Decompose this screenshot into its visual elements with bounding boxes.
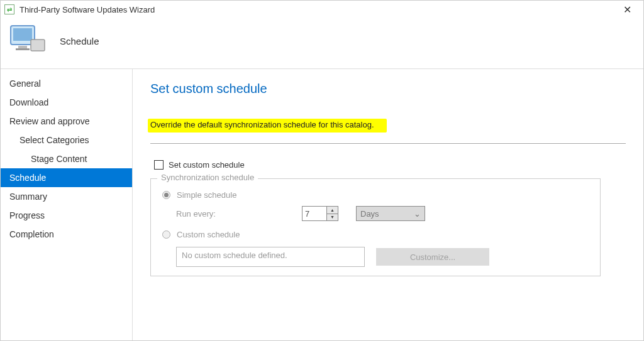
sidebar-item-general[interactable]: General (1, 74, 132, 93)
divider (150, 143, 626, 144)
run-every-spinner[interactable]: ▲ ▼ (302, 206, 338, 221)
svg-rect-4 (16, 48, 30, 50)
fieldset-legend: Synchronization schedule (157, 173, 258, 182)
run-every-unit-select[interactable]: Days ⌄ (356, 206, 425, 221)
sidebar-item-summary[interactable]: Summary (1, 187, 132, 206)
sync-schedule-fieldset: Synchronization schedule Simple schedule… (150, 178, 601, 276)
app-icon: ⇄ (4, 4, 14, 14)
custom-schedule-radio[interactable] (162, 230, 170, 239)
override-text: Override the default synchronization sch… (150, 120, 374, 129)
override-description: Override the default synchronization sch… (150, 120, 374, 129)
simple-schedule-label: Simple schedule (177, 190, 236, 200)
custom-schedule-label: Custom schedule (177, 230, 240, 239)
titlebar: ⇄ Third-Party Software Updates Wizard ✕ (1, 1, 643, 18)
sidebar-item-download[interactable]: Download (1, 93, 132, 112)
wizard-header: Schedule (1, 18, 643, 68)
svg-rect-2 (31, 40, 45, 51)
run-every-label: Run every: (176, 209, 302, 219)
window-title: Third-Party Software Updates Wizard (19, 5, 614, 14)
spinner-arrows: ▲ ▼ (326, 207, 338, 220)
content-panel: Set custom schedule Override the default… (133, 69, 643, 340)
wizard-sidebar: GeneralDownloadReview and approveSelect … (1, 69, 133, 340)
custom-define-row: No custom schedule defined. Customize... (176, 247, 589, 267)
close-button[interactable]: ✕ (614, 4, 640, 16)
content-heading: Set custom schedule (150, 82, 626, 96)
step-name: Schedule (60, 36, 99, 46)
run-every-input[interactable] (303, 207, 326, 220)
svg-rect-1 (13, 28, 32, 41)
custom-schedule-row: Custom schedule (162, 230, 589, 239)
sidebar-item-schedule[interactable]: Schedule (1, 168, 132, 187)
sidebar-item-review-and-approve[interactable]: Review and approve (1, 112, 132, 131)
sidebar-item-progress[interactable]: Progress (1, 206, 132, 225)
simple-schedule-row: Simple schedule (162, 190, 589, 200)
set-custom-schedule-row: Set custom schedule (150, 160, 626, 170)
spinner-up-icon[interactable]: ▲ (327, 207, 338, 214)
svg-rect-3 (18, 46, 27, 48)
spinner-down-icon[interactable]: ▼ (327, 214, 338, 221)
set-custom-schedule-checkbox[interactable] (154, 160, 164, 170)
run-every-unit: Days (360, 209, 379, 219)
run-every-row: Run every: ▲ ▼ Days ⌄ (176, 206, 589, 221)
customize-button[interactable]: Customize... (376, 248, 489, 266)
simple-schedule-radio[interactable] (162, 191, 170, 199)
set-custom-schedule-label: Set custom schedule (169, 160, 245, 170)
chevron-down-icon: ⌄ (414, 209, 421, 219)
monitor-icon (8, 24, 47, 57)
sidebar-item-stage-content[interactable]: Stage Content (1, 149, 132, 168)
custom-schedule-textbox: No custom schedule defined. (176, 247, 365, 267)
sidebar-item-select-categories[interactable]: Select Categories (1, 131, 132, 149)
sidebar-item-completion[interactable]: Completion (1, 225, 132, 244)
